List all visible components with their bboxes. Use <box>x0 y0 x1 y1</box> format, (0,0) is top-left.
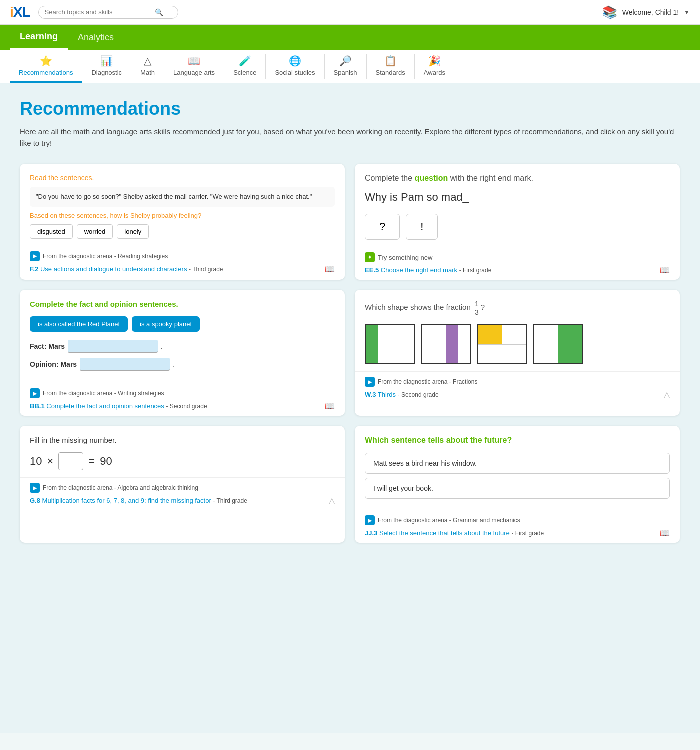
nav-item-learning[interactable]: Learning <box>10 25 68 50</box>
ixl-logo[interactable]: iXL <box>10 4 30 20</box>
tab-science[interactable]: 🧪 Science <box>224 50 266 83</box>
bookmark-icon-card3[interactable]: 📖 <box>325 402 335 411</box>
chip-spooky-planet[interactable]: is a spooky planet <box>132 316 200 332</box>
tab-label-spanish: Spanish <box>334 69 358 76</box>
fact-label: Fact: Mars <box>30 342 65 350</box>
tab-math[interactable]: △ Math <box>132 50 164 83</box>
chip-red-planet[interactable]: is also called the Red Planet <box>30 316 128 332</box>
sg-white-2 <box>478 344 502 364</box>
sentence-option-2[interactable]: I will get your book. <box>365 478 670 499</box>
shape-option-3[interactable] <box>477 324 527 364</box>
card1-instruction: Read the sentences. <box>30 174 335 182</box>
card3-grade: - Second grade <box>166 403 207 410</box>
card1-answers: disgusted worried lonely <box>30 224 335 239</box>
bookmark-icon-card1[interactable]: 📖 <box>325 264 335 274</box>
answer-worried[interactable]: worried <box>77 224 114 239</box>
tab-awards[interactable]: 🎉 Awards <box>415 50 454 83</box>
math-equation: 10 × = 90 <box>30 452 335 470</box>
card5-title: Fill in the missing number. <box>30 436 335 444</box>
diagnostic-icon-4: ▶ <box>365 377 375 387</box>
tab-label-social-studies: Social studies <box>275 69 315 76</box>
card6-question: Which sentence tells about the future? <box>365 436 670 445</box>
card1-passage: "Do you have to go so soon?" Shelby aske… <box>30 187 335 207</box>
tab-language-arts[interactable]: 📖 Language arts <box>164 50 224 83</box>
card2-question-highlight: question <box>415 174 448 182</box>
shape-choices <box>365 324 670 364</box>
card3-skill-link[interactable]: BB.1 Complete the fact and opinion sente… <box>30 402 208 410</box>
card6-skill-link[interactable]: JJ.3 Select the sentence that tells abou… <box>365 530 544 537</box>
sentence-option-1[interactable]: Matt sees a bird near his window. <box>365 453 670 474</box>
card1-skill-label: Use actions and dialogue to understand c… <box>40 266 187 273</box>
diagnostic-icon-6: ▶ <box>365 516 375 526</box>
eq-blank[interactable] <box>58 452 84 470</box>
tab-label-math: Math <box>140 69 155 76</box>
tab-icon-standards: 📋 <box>384 55 397 67</box>
eq-times: × <box>47 455 54 468</box>
tab-standards[interactable]: 📋 Standards <box>367 50 414 83</box>
page-title: Recommendations <box>20 98 680 120</box>
card5-from-diagnostic: ▶ From the diagnostic arena - Algebra an… <box>30 483 335 493</box>
fraction-numerator: 1 <box>474 300 480 308</box>
sg-white-1 <box>502 326 526 344</box>
card-reading-strategies: Read the sentences. "Do you have to go s… <box>20 164 345 280</box>
shape-option-2[interactable] <box>421 324 471 364</box>
bookmark-icon-card6[interactable]: 📖 <box>660 528 670 538</box>
card4-skill-code: W.3 <box>365 391 376 398</box>
card3-from-diagnostic: ▶ From the diagnostic arena - Writing st… <box>30 388 335 398</box>
end-mark-exclamation[interactable]: ! <box>406 214 438 240</box>
triangle-icon-card5[interactable]: △ <box>329 496 335 506</box>
fact-blank[interactable] <box>68 340 158 353</box>
card4-skill-link[interactable]: W.3 Thirds - Second grade <box>365 391 439 398</box>
shape-option-1[interactable] <box>365 324 415 364</box>
answer-disgusted[interactable]: disgusted <box>30 224 73 239</box>
shape1-col3 <box>390 326 402 364</box>
fact-period: . <box>161 342 163 350</box>
card-missing-number: Fill in the missing number. 10 × = 90 ▶ … <box>20 426 345 543</box>
card-fact-opinion: Complete the fact and opinion sentences.… <box>20 290 345 416</box>
card1-skill-code: F.2 <box>30 266 38 273</box>
triangle-icon-card4[interactable]: △ <box>664 390 670 400</box>
bookmark-icon-card2[interactable]: 📖 <box>660 266 670 275</box>
card2-footer: ✦ Try something new EE.5 Choose the righ… <box>355 247 680 280</box>
card5-skill-link[interactable]: G.8 Multiplication facts for 6, 7, 8, an… <box>30 497 248 504</box>
tab-icon-social-studies: 🌐 <box>289 55 302 67</box>
diagnostic-icon-3: ▶ <box>30 388 40 398</box>
diagnostic-icon: ▶ <box>30 252 40 262</box>
card2-skill-label: Choose the right end mark <box>381 266 458 274</box>
card1-question: Based on these sentences, how is Shelby … <box>30 212 335 220</box>
card2-skill-link[interactable]: EE.5 Choose the right end mark - First g… <box>365 266 492 274</box>
fraction-denominator: 3 <box>474 308 480 316</box>
opinion-blank[interactable] <box>80 358 170 371</box>
tab-spanish[interactable]: 🔎 Spanish <box>325 50 366 83</box>
card2-skill-code: EE.5 <box>365 266 379 274</box>
user-dropdown-arrow[interactable]: ▼ <box>684 9 690 16</box>
card1-skill-row: F.2 Use actions and dialogue to understa… <box>30 264 335 274</box>
card4-question: Which shape shows the fraction 1 3 ? <box>365 300 670 316</box>
shape2-col4 <box>458 326 470 364</box>
shape2-col3 <box>446 326 458 364</box>
search-input[interactable] <box>45 8 155 16</box>
try-something-new: ✦ Try something new <box>365 252 670 262</box>
books-icon: 📚 <box>602 6 618 20</box>
tab-label-diagnostic: Diagnostic <box>92 69 122 76</box>
card1-skill-link[interactable]: F.2 Use actions and dialogue to understa… <box>30 266 224 273</box>
card1-content: Read the sentences. "Do you have to go s… <box>20 164 345 246</box>
card2-grade: - First grade <box>460 267 492 274</box>
tab-recommendations[interactable]: ⭐ Recommendations <box>10 50 82 83</box>
card2-content: Complete the question with the right end… <box>355 164 680 247</box>
answer-lonely[interactable]: lonely <box>117 224 149 239</box>
tab-diagnostic[interactable]: 📊 Diagnostic <box>82 50 131 83</box>
card4-content: Which shape shows the fraction 1 3 ? <box>355 290 680 372</box>
shape-option-4[interactable] <box>533 324 583 364</box>
card2-question: Complete the question with the right end… <box>365 174 670 183</box>
drag-chips: is also called the Red Planet is a spook… <box>30 316 335 332</box>
try-new-label: Try something new <box>378 254 432 262</box>
card6-skill-row: JJ.3 Select the sentence that tells abou… <box>365 528 670 538</box>
star-icon: ✦ <box>365 252 375 262</box>
nav-bar: Learning Analytics <box>0 25 700 50</box>
search-bar[interactable]: 🔍 <box>38 6 178 19</box>
card3-footer: ▶ From the diagnostic arena - Writing st… <box>20 383 345 416</box>
nav-item-analytics[interactable]: Analytics <box>68 25 124 50</box>
tab-social-studies[interactable]: 🌐 Social studies <box>266 50 324 83</box>
end-mark-question[interactable]: ? <box>365 214 400 240</box>
